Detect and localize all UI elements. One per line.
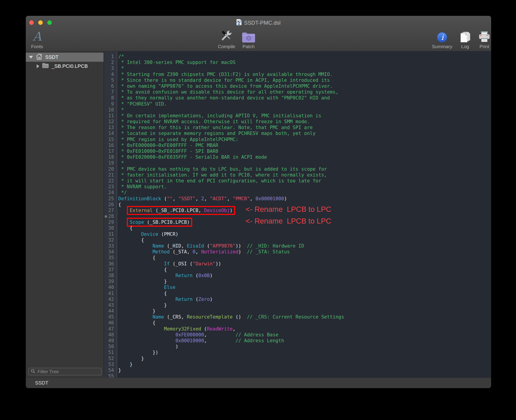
tree-item-label: SSDT <box>45 54 59 60</box>
tree-item-ssdt[interactable]: SSDT <box>26 53 104 62</box>
code-line[interactable]: 48 0xFE000000, // Address Base <box>104 332 491 338</box>
code-token: // Address Base <box>207 332 278 338</box>
code-token: , <box>233 326 236 332</box>
code-line[interactable]: 24 */ <box>104 190 491 195</box>
code-line[interactable]: 54} <box>104 367 491 373</box>
code-line[interactable]: 49 0x00010000, // Address Length <box>104 338 491 344</box>
summary-button[interactable]: i Summary <box>430 20 455 49</box>
code-editor[interactable]: 1/*2 * Intel 300-series PMC support for … <box>104 51 491 378</box>
line-number: 18 <box>104 154 117 160</box>
code-line[interactable]: 44 } <box>104 308 491 314</box>
line-number: 32 <box>104 237 117 243</box>
code-token: "APP9876" <box>210 243 236 249</box>
code-line[interactable]: 29 Scope (_SB.PCI0.LPCB)<- Rename LPCB t… <box>104 219 491 225</box>
line-number: 15 <box>104 136 117 142</box>
code-line-text: ) <box>117 344 491 349</box>
code-line[interactable]: 12 * required for NVRAM access. Otherwis… <box>104 119 491 125</box>
log-button[interactable]: Log <box>457 20 473 49</box>
code-line[interactable]: 45 Name (_CRS, ResourceTemplate () // _C… <box>104 314 491 320</box>
code-line[interactable]: 6 * own naming "APP9876" to access this … <box>104 83 491 89</box>
code-line[interactable]: 42 Return (Zero) <box>104 296 491 302</box>
code-line[interactable]: 52 } <box>104 356 491 361</box>
code-token: { <box>118 237 144 243</box>
code-line[interactable]: 3 * <box>104 65 491 71</box>
code-line[interactable]: 38 Return (0x0B) <box>104 273 491 278</box>
code-token: * it will start in the end of PCI config… <box>118 178 321 184</box>
code-line[interactable]: 9 * "PCHRESV" UID. <box>104 101 491 107</box>
code-line[interactable]: 31 Device (PMCR) <box>104 231 491 237</box>
code-line[interactable]: 20 * PMC device has nothing to do to LPC… <box>104 166 491 172</box>
code-line[interactable]: 13 * The reason for this is rather uncle… <box>104 125 491 130</box>
code-line[interactable]: 27 External (_SB_.PCI0.LPCB, DeviceObj)<… <box>104 208 491 213</box>
code-line[interactable]: 19 * <box>104 160 491 166</box>
code-line[interactable]: 50 ) <box>104 344 491 349</box>
code-line[interactable]: 30 { <box>104 225 491 231</box>
code-token: ReadWrite <box>207 326 233 332</box>
compile-button[interactable]: Compile <box>216 20 237 49</box>
code-line[interactable]: 35 { <box>104 255 491 261</box>
code-line[interactable]: 51 }) <box>104 349 491 355</box>
code-line[interactable]: 8 * as they normally use another non-sta… <box>104 95 491 101</box>
code-line[interactable]: 25DefinitionBlock ("", "SSDT", 2, "ACDT"… <box>104 196 491 202</box>
code-line[interactable]: 1/* <box>104 53 491 60</box>
code-line[interactable]: 47 Memory32Fixed (ReadWrite, <box>104 326 491 332</box>
code-line[interactable]: 15 * PMC region is used by AppleIntelPCH… <box>104 136 491 142</box>
code-line-text: { <box>117 237 491 243</box>
line-number: 52 <box>104 356 117 361</box>
code-line[interactable]: 14 * located in separate memory regions … <box>104 130 491 136</box>
line-number: 41 <box>104 291 117 296</box>
print-button[interactable]: Print <box>476 20 491 49</box>
fonts-button[interactable]: A Fonts <box>29 20 45 49</box>
code-line-text: * PMC region is used by AppleIntelPCHPMC… <box>117 136 491 142</box>
code-token: 0xFE000000 <box>175 332 204 338</box>
code-line[interactable]: 2 * Intel 300-series PMC support for mac… <box>104 60 491 65</box>
disclosure-closed-icon[interactable] <box>37 64 39 68</box>
line-number: 44 <box>104 308 117 314</box>
tree-item-sb-pci0-lpcb[interactable]: _SB.PCI0.LPCB <box>26 62 104 71</box>
code-line[interactable]: 21 * faster initialisation. If we add it… <box>104 172 491 178</box>
code-line[interactable]: 36 If (_OSI ("Darwin")) <box>104 261 491 267</box>
code-token: } <box>118 308 155 314</box>
code-line[interactable]: 39 } <box>104 278 491 284</box>
line-number: 4 <box>104 71 117 77</box>
code-line[interactable]: 55 <box>104 373 491 378</box>
code-token <box>118 326 164 332</box>
code-line[interactable]: 53 } <box>104 361 491 367</box>
code-token: { <box>118 267 167 272</box>
line-number: 19 <box>104 160 117 166</box>
code-line[interactable]: 5 * Since there is no standard device fo… <box>104 77 491 83</box>
code-line[interactable]: 10 * <box>104 107 491 113</box>
code-line[interactable]: 40 Else <box>104 284 491 290</box>
filter-tree-input[interactable] <box>37 369 99 375</box>
code-line[interactable]: 16 * 0xFE000000~0xFE00FFFF - PMC MBAR <box>104 142 491 148</box>
code-line[interactable]: 4 * Starting from Z390 chipsets PMC (D31… <box>104 71 491 77</box>
code-token: Zero <box>198 297 210 302</box>
code-token: () <box>235 314 241 320</box>
code-token: ( <box>204 326 207 332</box>
line-number: 11 <box>104 113 117 119</box>
summary-label: Summary <box>432 44 452 49</box>
code-line[interactable]: 43 } <box>104 302 491 308</box>
code-line[interactable]: 34 Method (_STA, 0, NotSerialized) // _S… <box>104 249 491 255</box>
code-line[interactable]: 18 * 0xFE020000~0xFE035FFF - SerialIo BA… <box>104 154 491 160</box>
code-line[interactable]: 37 { <box>104 267 491 273</box>
patch-button[interactable]: Patch <box>238 20 259 49</box>
code-line-text: * required for NVRAM access. Otherwise i… <box>117 119 491 125</box>
line-marker-dot <box>105 215 107 218</box>
line-number: 30 <box>104 225 117 231</box>
code-line[interactable]: 46 { <box>104 320 491 326</box>
disclosure-open-icon[interactable] <box>29 56 33 59</box>
code-line[interactable]: 41 { <box>104 291 491 296</box>
code-line-text: } <box>117 367 491 373</box>
code-line-text: { <box>117 267 491 273</box>
line-number: 33 <box>104 243 117 249</box>
code-line[interactable]: 33 Name (_HID, EisaId ("APP9876")) // _H… <box>104 243 491 249</box>
code-line[interactable]: 17 * 0xFE010000~0xFE010FFF - SPI BAR0 <box>104 148 491 154</box>
code-line-text: * own naming "APP9876" to access this de… <box>117 83 491 89</box>
code-line-text: If (_OSI ("Darwin")) <box>117 261 491 267</box>
code-line[interactable]: 23 * NVRAM support. <box>104 184 491 190</box>
code-line[interactable]: 7 * To avoid confusion we disable this d… <box>104 89 491 95</box>
code-line[interactable]: 32 { <box>104 237 491 243</box>
code-line[interactable]: 22 * it will start in the end of PCI con… <box>104 178 491 184</box>
code-line[interactable]: 11 * On certain implementations, includi… <box>104 113 491 119</box>
